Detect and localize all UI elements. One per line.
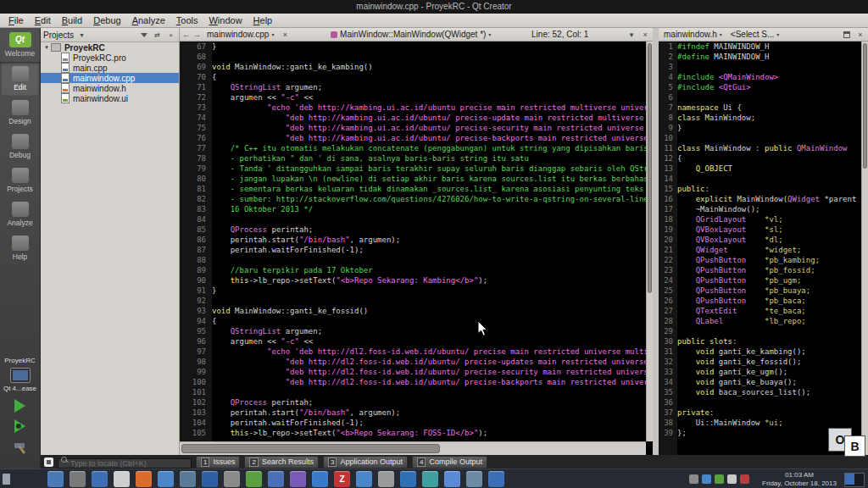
close-split-icon-right[interactable]: × [855, 30, 865, 40]
editor-splitter[interactable] [653, 28, 659, 455]
mode-debug[interactable]: Debug [0, 130, 40, 164]
open-file-combo[interactable]: mainwindow.cpp▾ [204, 30, 276, 39]
mode-welcome[interactable]: QtWelcome [0, 28, 40, 62]
vertical-scrollbar-right[interactable] [861, 42, 868, 455]
code-line: 90 this->lb_repo->setText("<b>Repo Sekar… [180, 275, 646, 286]
taskbar-app-icon[interactable] [47, 471, 64, 487]
editor-menu-chevron-icon[interactable]: ▾ [626, 30, 637, 40]
clock[interactable]: 01:03 AM Friday, October 18, 2013 [756, 471, 843, 487]
locator-bar: 1Issues2Search Results3Application Outpu… [41, 455, 868, 469]
taskbar-app-icon[interactable] [466, 471, 482, 487]
split-icon[interactable] [842, 30, 852, 40]
taskbar-app-icon[interactable] [136, 471, 152, 487]
tree-item-mainwindow.ui[interactable]: mainwindow.ui [41, 93, 179, 103]
output-pane-application-output[interactable]: 3Application Output [323, 456, 408, 469]
run-button[interactable] [14, 399, 25, 413]
horizontal-scrollbar[interactable] [180, 441, 646, 455]
tray-icon[interactable] [715, 474, 724, 484]
code-line: 11class MainWindow : public QMainWindow [659, 143, 861, 153]
tray-icon[interactable] [727, 474, 737, 484]
code-line: 31 void ganti_ke_kambing(); [659, 347, 861, 357]
code-line: 97 "echo 'deb http://dl2.foss-id.web.id/… [180, 347, 646, 357]
mode-edit[interactable]: Edit [0, 62, 40, 96]
menu-window[interactable]: Window [203, 14, 247, 27]
mode-projects[interactable]: Projects [0, 164, 40, 197]
tree-item-main.cpp[interactable]: main.cpp [41, 63, 179, 73]
show-desktop-button[interactable] [3, 474, 10, 485]
code-line: 34 void ganti_ke_buaya(); [659, 377, 861, 387]
output-pane-issues[interactable]: 1Issues [196, 456, 240, 469]
taskbar-app-icon[interactable] [114, 471, 130, 487]
code-area-right[interactable]: 1#ifndef MAINWINDOW_H2#define MAINWINDOW… [659, 42, 861, 455]
code-line: 26 QPushButton *pb_baca; [659, 296, 861, 306]
locator-input[interactable] [58, 458, 192, 469]
taskbar-app-icon[interactable] [224, 471, 240, 487]
tree-item-mainwindow.cpp[interactable]: mainwindow.cpp [41, 73, 179, 83]
menu-build[interactable]: Build [57, 14, 87, 27]
target-selector[interactable]: Qt 4...ease [0, 368, 40, 392]
taskbar-app-icon[interactable] [180, 471, 196, 487]
projects-panel-title[interactable]: Projects [43, 30, 74, 40]
sync-with-editor-icon[interactable]: ⇄ [152, 30, 163, 40]
mode-analyze[interactable]: Analyze [0, 197, 40, 231]
clock-time: 01:03 AM [756, 471, 843, 480]
menu-debug[interactable]: Debug [88, 14, 125, 27]
taskbar-app-icon[interactable] [378, 471, 394, 487]
taskbar-apps: Z [47, 471, 504, 487]
taskbar-app-icon[interactable] [246, 471, 262, 487]
symbol-combo[interactable]: MainWindow::MainWindow(QWidget *)▾ [328, 30, 493, 39]
project-file-icon [51, 43, 61, 52]
menu-help[interactable]: Help [248, 14, 278, 27]
mode-design[interactable]: Design [0, 96, 40, 130]
taskbar-app-icon[interactable] [312, 471, 328, 487]
tree-item-mainwindow.h[interactable]: mainwindow.h [41, 83, 179, 93]
chevron-down-icon[interactable]: ▾ [76, 30, 87, 40]
taskbar-app-icon[interactable]: Z [334, 471, 350, 487]
close-document-icon[interactable]: × [280, 30, 290, 40]
taskbar-app-icon[interactable] [290, 471, 306, 487]
vertical-scrollbar[interactable] [646, 42, 653, 441]
build-button[interactable] [14, 441, 27, 455]
code-line: 8class MainWindow; [659, 113, 861, 123]
workspace-switcher[interactable] [844, 473, 865, 487]
close-panel-icon[interactable]: × [165, 30, 176, 40]
code-line: 93void MainWindow::ganti_ke_fossid() [180, 306, 646, 316]
code-line: 67} [180, 42, 646, 52]
taskbar-app-icon[interactable] [92, 471, 108, 487]
code-area[interactable]: 67}6869void MainWindow::ganti_ke_kambing… [180, 42, 646, 441]
taskbar-app-icon[interactable] [488, 471, 504, 487]
back-icon[interactable]: ← [182, 30, 190, 39]
output-pane-compile-output[interactable]: 4Compile Output [412, 456, 487, 469]
system-tray [689, 474, 749, 484]
menu-file[interactable]: File [3, 14, 29, 27]
taskbar-app-icon[interactable] [202, 471, 218, 487]
expand-arrow-icon[interactable]: ▼ [44, 45, 49, 50]
open-file-combo-right[interactable]: mainwindow.h▾ [661, 30, 725, 39]
tray-icon[interactable] [740, 474, 749, 484]
taskbar-app-icon[interactable] [444, 471, 460, 487]
design-mode-icon [12, 100, 29, 115]
mode-help[interactable]: Help [0, 231, 40, 265]
taskbar-app-icon[interactable] [422, 471, 438, 487]
mode-sidebar: QtWelcomeEditDesignDebugProjectsAnalyzeH… [0, 28, 41, 469]
menu-tools[interactable]: Tools [171, 14, 203, 27]
taskbar-app-icon[interactable] [268, 471, 284, 487]
tray-icon[interactable] [702, 474, 711, 484]
taskbar-app-icon[interactable] [400, 471, 416, 487]
taskbar-app-icon[interactable] [158, 471, 174, 487]
menu-edit[interactable]: Edit [30, 14, 56, 27]
output-pane-search-results[interactable]: 2Search Results [244, 456, 318, 469]
taskbar-app-icon[interactable] [356, 471, 372, 487]
menu-analyze[interactable]: Analyze [127, 14, 170, 27]
filter-icon[interactable] [138, 30, 149, 40]
tray-icon[interactable] [689, 474, 698, 484]
close-split-icon[interactable]: × [640, 30, 650, 40]
tree-item-ProyekRC.pro[interactable]: ProyekRC.pro [41, 53, 179, 63]
code-line: 6 [659, 92, 861, 103]
debug-run-button[interactable] [14, 419, 25, 433]
symbol-combo-right[interactable]: <Select S...▾ [728, 30, 782, 39]
tree-item-ProyekRC[interactable]: ▼ProyekRC [41, 42, 179, 53]
taskbar-app-icon[interactable] [70, 471, 86, 487]
locator-filter-icon[interactable] [44, 458, 53, 467]
forward-icon[interactable]: → [193, 30, 201, 39]
